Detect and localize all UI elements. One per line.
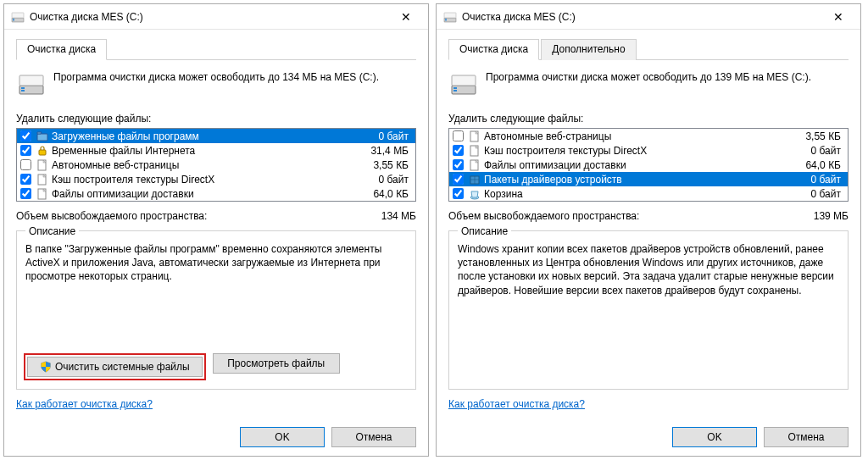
tab-cleanup[interactable]: Очистка диска [448,39,539,60]
window-title: Очистка диска MES (C:) [30,11,387,23]
disk-cleanup-dialog-right: Очистка диска MES (C:) ✕ Очистка диска Д… [436,3,861,457]
row-label: Файлы оптимизации доставки [52,188,358,200]
group-title: Описание [458,225,511,237]
list-item[interactable]: Загруженные файлы программ0 байт [17,129,415,143]
row-label: Автономные веб-страницы [484,130,790,142]
group-title: Описание [25,225,79,237]
row-checkbox[interactable] [453,130,464,141]
row-size: 31,4 МБ [361,145,412,157]
drive-icon [18,70,45,97]
package-icon [469,174,481,186]
row-label: Пакеты драйверов устройств [484,174,790,186]
tab-advanced[interactable]: Дополнительно [541,39,636,60]
cancel-button[interactable]: Отмена [764,427,849,447]
drive-icon [11,10,25,24]
file-list[interactable]: Загруженные файлы программ0 байтВременны… [16,128,416,202]
list-item[interactable]: Кэш построителя текстуры DirectX0 байт [449,143,848,158]
recycle-icon [469,188,481,200]
page-icon [469,130,481,142]
tab-cleanup[interactable]: Очистка диска [16,39,107,60]
drive-icon [450,70,477,97]
row-label: Корзина [484,188,790,200]
row-checkbox[interactable] [453,159,464,170]
page-icon [36,188,48,200]
ok-button[interactable]: OK [240,427,325,447]
summary-label: Объем высвобождаемого пространства: [448,210,789,222]
file-list[interactable]: Автономные веб-страницы3,55 КБКэш постро… [448,128,849,202]
delete-label: Удалить следующие файлы: [448,113,849,125]
summary-value: 139 МБ [789,210,849,222]
clean-system-files-button[interactable]: Очистить системные файлы [27,357,203,377]
row-size: 64,0 КБ [793,159,844,171]
row-checkbox[interactable] [20,130,31,141]
row-checkbox[interactable] [20,188,31,199]
row-size: 64,0 КБ [361,188,412,200]
list-item[interactable]: Пакеты драйверов устройств0 байт [449,172,848,186]
row-size: 0 байт [361,130,412,142]
row-checkbox[interactable] [453,188,464,199]
page-icon [469,159,481,171]
description-text: Windows хранит копии всех пакетов драйве… [458,242,839,380]
row-size: 3,55 КБ [793,130,844,142]
window-title: Очистка диска MES (C:) [462,11,820,23]
row-label: Временные файлы Интернета [52,145,358,157]
list-item[interactable]: Временные файлы Интернета31,4 МБ [17,143,415,158]
description-group: Описание В папке "Загруженные файлы прог… [16,230,416,390]
description-text: В папке "Загруженные файлы программ" вре… [25,242,407,346]
row-checkbox[interactable] [20,159,31,170]
close-button[interactable]: ✕ [820,5,857,29]
list-item[interactable]: Автономные веб-страницы3,55 КБ [449,129,848,143]
how-it-works-link[interactable]: Как работает очистка диска? [16,398,416,410]
list-item[interactable]: Файлы оптимизации доставки64,0 КБ [17,186,415,201]
clean-sys-label: Очистить системные файлы [55,361,190,373]
row-checkbox[interactable] [453,174,464,185]
tabs: Очистка диска [16,38,416,60]
delete-label: Удалить следующие файлы: [16,113,416,125]
drive-icon [443,10,457,24]
list-item[interactable]: Файлы оптимизации доставки64,0 КБ [449,158,848,172]
row-size: 0 байт [793,188,844,200]
summary-label: Объем высвобождаемого пространства: [16,210,357,222]
row-size: 3,55 КБ [361,159,412,171]
view-files-button[interactable]: Просмотреть файлы [213,353,340,374]
ok-button[interactable]: OK [672,427,757,447]
page-icon [469,145,481,157]
titlebar: Очистка диска MES (C:) ✕ [4,4,428,30]
list-item[interactable]: Кэш построителя текстуры DirectX0 байт [17,172,415,186]
list-item[interactable]: Автономные веб-страницы3,55 КБ [17,158,415,172]
shield-icon [40,361,52,373]
info-text: Программа очистки диска может освободить… [486,70,811,84]
info-text: Программа очистки диска может освободить… [53,70,379,84]
row-label: Автономные веб-страницы [52,159,358,171]
highlight-box: Очистить системные файлы [24,353,206,380]
description-group: Описание Windows хранит копии всех пакет… [448,230,849,390]
list-item[interactable]: Корзина0 байт [449,186,848,201]
cancel-button[interactable]: Отмена [331,427,416,447]
summary-value: 134 МБ [357,210,416,222]
tabs: Очистка диска Дополнительно [448,38,849,60]
lock-icon [36,145,48,157]
row-checkbox[interactable] [453,145,464,156]
row-label: Кэш построителя текстуры DirectX [52,174,358,186]
row-label: Кэш построителя текстуры DirectX [484,145,790,157]
close-button[interactable]: ✕ [387,5,425,29]
row-size: 0 байт [793,145,844,157]
row-checkbox[interactable] [20,145,31,156]
row-label: Загруженные файлы программ [52,130,358,142]
page-icon [36,159,48,171]
folder-dl-icon [36,130,48,142]
titlebar: Очистка диска MES (C:) ✕ [437,4,860,30]
disk-cleanup-dialog-left: Очистка диска MES (C:) ✕ Очистка диска П… [3,3,429,457]
page-icon [36,174,48,186]
row-label: Файлы оптимизации доставки [484,159,790,171]
row-checkbox[interactable] [20,174,31,185]
how-it-works-link[interactable]: Как работает очистка диска? [448,398,849,410]
row-size: 0 байт [793,174,844,186]
row-size: 0 байт [361,174,412,186]
